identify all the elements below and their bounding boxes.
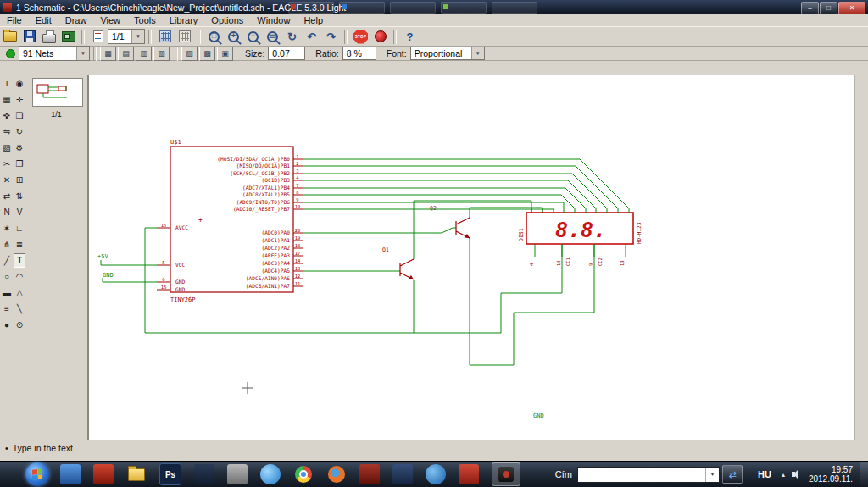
tool-smash-icon[interactable]: ✶ [1, 221, 13, 235]
tool-split-icon[interactable]: ⋔ [1, 237, 13, 252]
taskbar-clock[interactable]: 19:57 2012.09.11. [809, 465, 853, 484]
tool-junction-icon[interactable]: ● [1, 318, 13, 332]
taskbar-app-darkblue-icon[interactable] [392, 464, 413, 484]
tool-show-icon[interactable]: ◉ [14, 76, 25, 91]
nets-selector[interactable]: 91 Nets [19, 46, 90, 61]
size-field[interactable]: 0.07 [268, 47, 305, 60]
menu-file[interactable]: File [0, 15, 29, 25]
tool-label-icon[interactable]: ⊙ [14, 318, 25, 332]
zoom-select-button[interactable]: ▭ [263, 28, 282, 45]
canvas-right-gutter [854, 75, 868, 440]
format-button-3[interactable]: ▥ [136, 47, 152, 61]
zoom-redraw-button[interactable]: ↻ [282, 28, 302, 45]
close-button[interactable]: ✕ [838, 2, 865, 14]
grid-button[interactable] [175, 28, 194, 45]
undo-button[interactable]: ↶ [302, 28, 321, 45]
menu-window[interactable]: Window [250, 15, 297, 25]
stop-button[interactable]: STOP [351, 28, 370, 45]
tool-change-icon[interactable]: ⚙ [14, 141, 25, 155]
maximize-button[interactable]: □ [820, 2, 837, 14]
menu-view[interactable]: View [93, 15, 127, 25]
font-selector[interactable]: Proportional [410, 47, 485, 60]
taskbar-app-red-icon[interactable] [359, 464, 380, 484]
taskbar-chrome-icon[interactable] [293, 464, 314, 484]
tool-delete-icon[interactable]: ✕ [1, 173, 13, 187]
menu-draw[interactable]: Draw [58, 15, 94, 25]
tool-display-icon[interactable]: ▦ [1, 92, 13, 107]
tool-polygon-icon[interactable]: △ [14, 285, 25, 300]
taskbar-photoshop-icon[interactable]: Ps [159, 463, 181, 485]
sheet-thumbnail[interactable] [32, 78, 83, 107]
taskbar-ie-icon[interactable] [426, 464, 446, 484]
zoom-fit-button[interactable]: □ [204, 28, 224, 45]
taskbar-opera-icon[interactable] [93, 464, 114, 484]
taskbar-skype-icon[interactable] [260, 464, 281, 484]
format-button-6[interactable]: ▩ [199, 47, 215, 61]
ratio-field[interactable]: 8 % [342, 47, 376, 60]
format-button-1[interactable]: ▦ [100, 47, 116, 61]
print-button[interactable] [39, 28, 58, 45]
tool-arc-icon[interactable]: ◠ [14, 269, 25, 284]
help-button[interactable]: ? [400, 28, 420, 45]
tool-text-icon[interactable]: T [14, 253, 25, 268]
display-layers-button[interactable] [155, 28, 175, 45]
menu-options[interactable]: Options [204, 15, 250, 25]
board-button[interactable] [58, 28, 78, 45]
zoom-out-button[interactable]: − [243, 28, 263, 45]
format-button-4[interactable]: ▧ [153, 47, 170, 61]
tool-cut-icon[interactable]: ✂ [1, 157, 13, 171]
taskbar-firefox-icon[interactable] [326, 464, 347, 484]
taskbar-explorer-icon[interactable] [126, 464, 147, 484]
tool-gateswap-icon[interactable]: ⇅ [14, 189, 25, 203]
menu-tools[interactable]: Tools [127, 15, 163, 25]
tool-value-icon[interactable]: V [14, 205, 25, 219]
address-input[interactable] [577, 467, 720, 483]
taskbar-app-gray-icon[interactable] [227, 464, 248, 484]
format-button-5[interactable]: ▨ [181, 47, 198, 61]
tool-info-icon[interactable]: i [1, 76, 13, 91]
tool-mark-icon[interactable]: ✛ [14, 92, 25, 107]
menu-help[interactable]: Help [297, 15, 330, 25]
menu-edit[interactable]: Edit [29, 15, 58, 25]
tool-bus-icon[interactable]: ≡ [1, 302, 13, 316]
taskbar-app-navy-icon[interactable] [194, 464, 214, 484]
sheet-selector[interactable]: 1/1 [108, 29, 145, 44]
show-desktop-button[interactable] [860, 462, 868, 487]
tool-group-icon[interactable]: ▧ [1, 141, 13, 155]
tool-name-icon[interactable]: N [1, 205, 13, 219]
save-button[interactable] [19, 28, 39, 45]
taskbar-eagle-button[interactable] [492, 462, 520, 486]
hidden-icons-arrow[interactable]: ▴ [782, 471, 785, 479]
tool-rotate-icon[interactable]: ↻ [14, 125, 25, 139]
go-button[interactable] [370, 28, 390, 45]
tool-wire-icon[interactable]: ╱ [1, 253, 13, 268]
address-go-button[interactable] [722, 465, 743, 484]
ic-pin-number: 1 [296, 154, 298, 159]
format-button-7[interactable]: ▣ [217, 47, 233, 61]
redo-button[interactable]: ↷ [321, 28, 341, 45]
zoom-in-button[interactable]: + [224, 28, 243, 45]
tool-mirror-icon[interactable]: ⇋ [1, 125, 13, 139]
open-button[interactable] [0, 28, 19, 45]
tool-miter-icon[interactable]: ∟ [14, 221, 25, 235]
taskbar-app-blue-icon[interactable] [60, 464, 81, 484]
sheet-button[interactable] [88, 28, 108, 45]
tool-circle-icon[interactable]: ○ [1, 269, 13, 284]
tool-rect-icon[interactable]: ▬ [1, 285, 13, 300]
menu-library[interactable]: Library [163, 15, 205, 25]
tool-paste-icon[interactable]: ❐ [14, 157, 25, 171]
taskbar-app-crimson-icon[interactable] [459, 464, 479, 484]
volume-icon[interactable] [792, 472, 795, 477]
tool-add-icon[interactable]: ⊞ [14, 173, 25, 187]
tool-invoke-icon[interactable]: ≣ [14, 237, 25, 252]
tool-pinswap-icon[interactable]: ⇄ [1, 189, 13, 203]
language-indicator[interactable]: HU [758, 469, 771, 479]
schematic-canvas[interactable]: U$1 TINY26P + +5V GND GND Q1 Q2 8.8. DIS… [88, 75, 854, 440]
start-button[interactable] [25, 462, 49, 486]
minimize-button[interactable]: – [801, 2, 819, 14]
tool-copy-icon[interactable]: ❏ [14, 108, 25, 123]
tool-move-icon[interactable]: ✜ [1, 108, 13, 123]
ic-pin-number: 8 [296, 190, 298, 195]
tool-net-icon[interactable]: ╲ [14, 302, 25, 316]
format-button-2[interactable]: ▤ [118, 47, 134, 61]
